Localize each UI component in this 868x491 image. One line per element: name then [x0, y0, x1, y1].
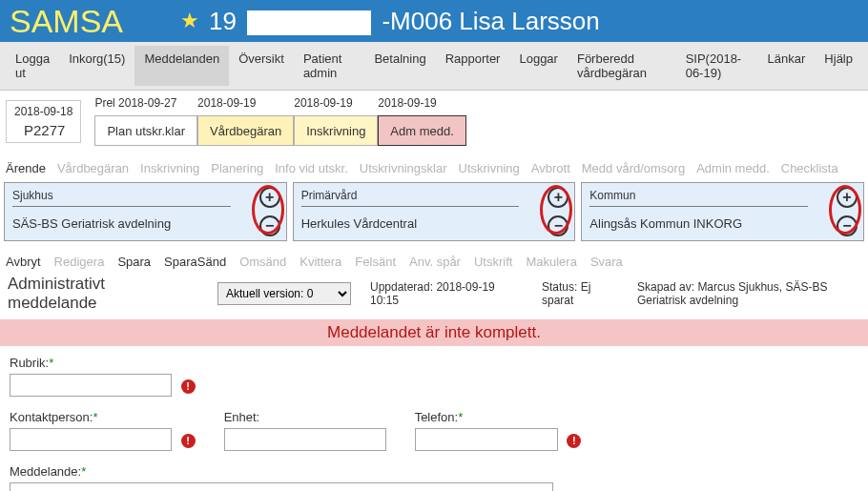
panel-sjukhus-remove-icon[interactable]: −	[259, 215, 280, 236]
message-updated: Uppdaterad: 2018-09-19 10:15	[370, 280, 513, 307]
menu-messages[interactable]: Meddelanden	[134, 46, 229, 86]
action-bar: Avbryt Redigera Spara SparaSänd Omsänd K…	[0, 249, 868, 275]
menu-help[interactable]: Hjälp	[815, 46, 862, 86]
panel-kommun-label: Kommun	[589, 189, 856, 202]
tab-avbrott[interactable]: Avbrott	[531, 161, 570, 175]
action-makulera[interactable]: Makulera	[526, 255, 576, 269]
action-svara[interactable]: Svara	[590, 255, 623, 269]
panel-sjukhus: Sjukhus SÄS-BS Geriatrisk avdelning + −	[4, 182, 287, 241]
timeline-date-1: 2018-09-19	[197, 96, 294, 110]
main-menu: Logga ut Inkorg(15) Meddelanden Översikt…	[0, 42, 868, 91]
error-kontakt-icon: !	[181, 434, 196, 448]
favorite-star-icon[interactable]: ★	[180, 9, 199, 33]
input-kontakt[interactable]	[10, 428, 172, 451]
menu-logs[interactable]: Loggar	[509, 46, 567, 86]
tab-medd-vard[interactable]: Medd vård/omsorg	[582, 161, 685, 175]
menu-sip[interactable]: SIP(2018-06-19)	[676, 46, 758, 86]
message-status: Status: Ej sparat	[542, 280, 609, 307]
error-telefon-icon: !	[567, 434, 581, 448]
timeline-btn-inskrivning[interactable]: Inskrivning	[294, 115, 378, 146]
label-telefon: Telefon:*	[415, 410, 582, 424]
timeline-date-3: 2018-09-19	[378, 96, 465, 110]
action-felsant[interactable]: Felsänt	[355, 255, 396, 269]
tab-utskrivning[interactable]: Utskrivning	[459, 161, 520, 175]
timeline-date-2: 2018-09-19	[294, 96, 378, 110]
label-enhet: Enhet:	[224, 410, 386, 424]
menu-reports[interactable]: Rapporter	[436, 46, 510, 86]
incomplete-alert: Meddelandet är inte komplett.	[0, 319, 868, 346]
timeline-btn-vardbegaran[interactable]: Vårdbegäran	[197, 115, 294, 146]
menu-overview[interactable]: Översikt	[229, 46, 294, 86]
input-telefon[interactable]	[415, 428, 558, 451]
action-redigera[interactable]: Redigera	[54, 255, 105, 269]
panel-primarvard-value: Herkules Vårdcentral	[301, 216, 568, 231]
input-meddelande[interactable]	[10, 482, 553, 491]
app-header: SAMSA ★ 19 -M006 Lisa Larsson	[0, 0, 868, 42]
action-avbryt[interactable]: Avbryt	[6, 255, 41, 269]
menu-prepared[interactable]: Förberedd vårdbegäran	[568, 46, 676, 86]
panel-sjukhus-add-icon[interactable]: +	[259, 187, 280, 208]
action-sparasand[interactable]: SparaSänd	[164, 255, 226, 269]
panel-sjukhus-value: SÄS-BS Geriatrisk avdelning	[12, 216, 279, 231]
app-name: SAMSA	[10, 3, 123, 40]
timeline-date-0: Prel 2018-09-27	[94, 96, 197, 110]
timeline-btn-plan[interactable]: Plan utskr.klar	[94, 115, 197, 146]
panel-sjukhus-label: Sjukhus	[12, 189, 279, 202]
current-date: 2018-09-18	[14, 105, 72, 118]
label-meddelande: Meddelande:*	[10, 464, 858, 479]
message-title: Administrativt meddelande	[8, 275, 198, 312]
message-form: Rubrik:* ! Kontaktperson:* ! Enhet: Tele…	[0, 346, 868, 491]
action-anvspar[interactable]: Anv. spår	[409, 255, 461, 269]
current-code: P2277	[14, 122, 72, 138]
tab-inskrivning[interactable]: Inskrivning	[140, 161, 199, 175]
panel-kommun-add-icon[interactable]: +	[837, 187, 858, 208]
input-enhet[interactable]	[224, 428, 386, 451]
timeline: 2018-09-18 P2277 Prel 2018-09-27 Plan ut…	[0, 91, 868, 155]
version-select[interactable]: Aktuell version: 0	[217, 282, 351, 305]
message-created: Skapad av: Marcus Sjukhus, SÄS-BS Geriat…	[637, 280, 860, 307]
panel-kommun-remove-icon[interactable]: −	[837, 215, 858, 236]
message-tabs: Ärende Vårdbegäran Inskrivning Planering…	[0, 155, 868, 182]
tab-vardbegaran[interactable]: Vårdbegäran	[57, 161, 129, 175]
tab-info-vid-utskr[interactable]: Info vid utskr.	[275, 161, 348, 175]
action-utskrift[interactable]: Utskrift	[474, 255, 512, 269]
timeline-btn-adm-medd[interactable]: Adm medd.	[378, 115, 465, 146]
menu-payment[interactable]: Betalning	[364, 46, 435, 86]
label-kontakt: Kontaktperson:*	[10, 410, 196, 424]
message-header: Administrativt meddelande Aktuell versio…	[0, 275, 868, 319]
tab-arende[interactable]: Ärende	[6, 161, 46, 175]
menu-logout[interactable]: Logga ut	[6, 46, 59, 86]
care-unit-panels: Sjukhus SÄS-BS Geriatrisk avdelning + − …	[0, 182, 868, 249]
action-omsand[interactable]: Omsänd	[239, 255, 286, 269]
panel-primarvard-label: Primärvård	[301, 189, 568, 202]
current-case[interactable]: 2018-09-18 P2277	[6, 100, 81, 143]
panel-primarvard-add-icon[interactable]: +	[548, 187, 568, 208]
tab-admin-medd[interactable]: Admin medd.	[696, 161, 770, 175]
panel-primarvard: Primärvård Herkules Vårdcentral + −	[293, 182, 576, 241]
action-spara[interactable]: Spara	[117, 255, 151, 269]
masked-id	[247, 10, 371, 35]
label-rubrik: Rubrik:*	[10, 356, 196, 370]
panel-kommun: Kommun Alingsås Kommun INKORG + −	[581, 182, 864, 241]
panel-primarvard-remove-icon[interactable]: −	[548, 215, 568, 236]
tab-checklista[interactable]: Checklista	[781, 161, 838, 175]
action-kvittera[interactable]: Kvittera	[300, 255, 341, 269]
patient-id: 19 -M006 Lisa Larsson	[209, 7, 600, 36]
tab-planering[interactable]: Planering	[211, 161, 263, 175]
error-rubrik-icon: !	[181, 379, 196, 394]
menu-inbox[interactable]: Inkorg(15)	[59, 46, 134, 86]
panel-kommun-value: Alingsås Kommun INKORG	[589, 216, 856, 231]
input-rubrik[interactable]	[10, 374, 172, 397]
tab-utskrivningsklar[interactable]: Utskrivningsklar	[360, 161, 447, 175]
menu-links[interactable]: Länkar	[758, 46, 816, 86]
menu-patient-admin[interactable]: Patient admin	[294, 46, 365, 86]
